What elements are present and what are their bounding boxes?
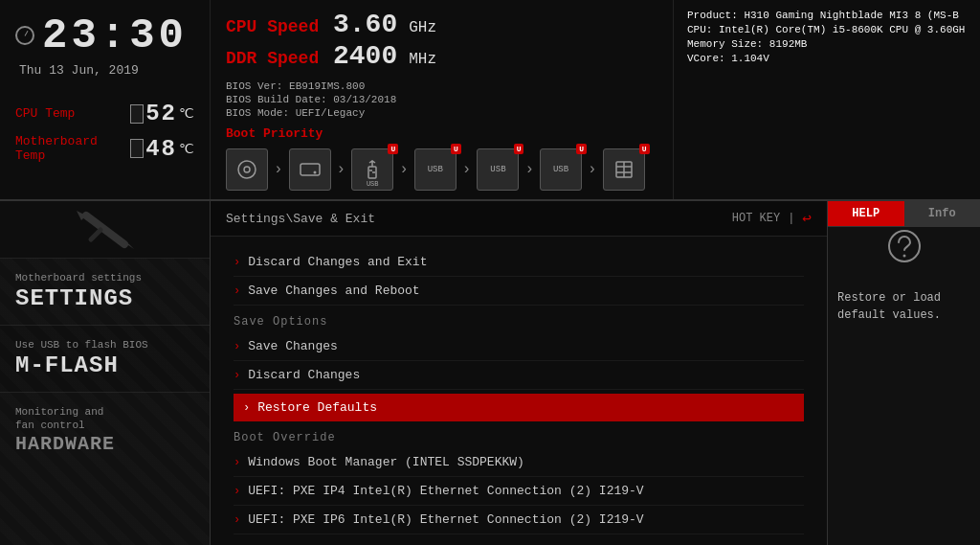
settings-title: SETTINGS bbox=[15, 285, 194, 311]
boot-icon-hdd[interactable] bbox=[289, 148, 331, 191]
ddr-speed-row: DDR Speed 2400 MHz bbox=[226, 41, 657, 71]
settings-sublabel: Motherboard settings bbox=[15, 272, 194, 284]
arrow-icon-discard: › bbox=[234, 369, 240, 382]
menu-item-boot-0[interactable]: › Windows Boot Manager (INTEL SSDPEKKW) bbox=[234, 448, 804, 477]
bios-build-label: BIOS Build Date: bbox=[226, 94, 327, 105]
ddr-speed-value: 2400 bbox=[333, 41, 397, 71]
save-options-label: Save Options bbox=[234, 315, 804, 329]
cpu-temp-row: CPU Temp 52 ℃ bbox=[15, 101, 194, 126]
arrow-icon-0: › bbox=[234, 256, 240, 269]
boot-priority-label: Boot Priority bbox=[226, 126, 657, 141]
cpu-speed-value: 3.60 bbox=[333, 10, 397, 39]
panel-hotkey: HOT KEY | ↩ bbox=[732, 209, 812, 228]
menu-item-discard-changes[interactable]: › Discard Changes bbox=[234, 361, 804, 390]
menu-item-discard-exit[interactable]: › Discard Changes and Exit bbox=[234, 248, 804, 277]
mflash-sublabel: Use USB to flash BIOS bbox=[15, 339, 194, 351]
cpu-temp-unit: ℃ bbox=[179, 105, 194, 122]
boot-icon-cd[interactable] bbox=[226, 148, 268, 191]
menu-label-restore-defaults: Restore Defaults bbox=[257, 400, 377, 415]
menu-item-restore-defaults[interactable]: › Restore Defaults bbox=[234, 394, 804, 421]
help-text: Restore or load default values. bbox=[837, 291, 941, 322]
sidebar-decorative-tools-icon bbox=[67, 206, 144, 254]
svg-point-0 bbox=[238, 161, 256, 178]
net-badge: U bbox=[639, 144, 650, 154]
arrow-icon-restore: › bbox=[243, 401, 250, 415]
mb-temp-value: 48 bbox=[145, 136, 177, 162]
arrow-icon-boot2: › bbox=[234, 513, 240, 527]
ddr-speed-label: DDR Speed bbox=[226, 49, 322, 68]
cpu-value: Intel(R) Core(TM) i5-8600K CPU @ 3.60GH bbox=[719, 24, 965, 35]
back-button[interactable]: ↩ bbox=[802, 209, 812, 228]
svg-rect-2 bbox=[301, 164, 320, 175]
bios-info: BIOS Ver: EB919IMS.800 BIOS Build Date: … bbox=[226, 80, 657, 121]
menu-item-boot-1[interactable]: › UEFI: PXE IP4 Intel(R) Ethernet Connec… bbox=[234, 477, 804, 506]
product-value: H310 Gaming Nightblade MI3 8 (MS-B bbox=[744, 10, 958, 21]
bios-build-line: BIOS Build Date: 03/13/2018 bbox=[226, 94, 657, 105]
boot-icon-net[interactable]: U bbox=[603, 148, 645, 191]
menu-item-boot-2[interactable]: › UEFI: PXE IP6 Intel(R) Ethernet Connec… bbox=[234, 506, 804, 534]
main-panel: Settings\Save & Exit HOT KEY | ↩ › Disca… bbox=[211, 201, 827, 545]
menu-label-boot2: UEFI: PXE IP6 Intel(R) Ethernet Connecti… bbox=[248, 512, 643, 527]
tab-info[interactable]: Info bbox=[904, 201, 981, 226]
bios-mode-line: BIOS Mode: UEFI/Legacy bbox=[226, 107, 657, 119]
panel-path: Settings\Save & Exit bbox=[226, 212, 375, 226]
bios-build-value: 03/13/2018 bbox=[333, 94, 396, 105]
cpu-temp-square-icon bbox=[130, 104, 144, 124]
boot-arrow-4: › bbox=[462, 161, 472, 178]
main-content: Motherboard settings SETTINGS Use USB to… bbox=[0, 201, 980, 545]
cpu-temp-value: 52 bbox=[145, 101, 177, 126]
vcore-label: VCore: bbox=[687, 53, 725, 64]
bios-ver-label: BIOS Ver: bbox=[226, 80, 282, 92]
mb-temp-row: Motherboard Temp 48 ℃ bbox=[15, 134, 194, 163]
panel-body: › Discard Changes and Exit › Save Change… bbox=[211, 237, 827, 545]
menu-label-discard-exit: Discard Changes and Exit bbox=[248, 255, 427, 269]
temperature-section: CPU Temp 52 ℃ Motherboard Temp 48 ℃ bbox=[15, 101, 194, 170]
memory-line: Memory Size: 8192MB bbox=[687, 38, 967, 50]
vcore-line: VCore: 1.104V bbox=[687, 53, 967, 64]
bios-mode-label: BIOS Mode: bbox=[226, 107, 289, 119]
boot-arrow-1: › bbox=[274, 161, 283, 178]
arrow-icon-save: › bbox=[234, 340, 240, 353]
usb1-badge: U bbox=[388, 144, 398, 154]
sidebar-settings-section[interactable]: Motherboard settings SETTINGS bbox=[0, 259, 210, 326]
hotkey-label: HOT KEY bbox=[732, 212, 780, 225]
boot-icons: › › U USB › bbox=[226, 148, 657, 191]
sidebar-mflash-section[interactable]: Use USB to flash BIOS M-FLASH bbox=[0, 326, 210, 393]
top-left-panel: 23:30 Thu 13 Jun, 2019 CPU Temp 52 ℃ Mot… bbox=[0, 0, 211, 199]
arrow-icon-boot1: › bbox=[234, 485, 240, 498]
boot-arrow-5: › bbox=[524, 161, 534, 178]
clock-time: 23:30 bbox=[42, 11, 188, 59]
menu-item-save-changes[interactable]: › Save Changes bbox=[234, 332, 804, 361]
cpu-speed-unit: GHz bbox=[409, 19, 436, 36]
memory-label: Memory Size: bbox=[687, 38, 763, 50]
tab-help[interactable]: HELP bbox=[828, 201, 904, 226]
arrow-icon-1: › bbox=[234, 284, 240, 298]
svg-point-3 bbox=[313, 171, 316, 174]
product-label: Product: bbox=[687, 10, 738, 21]
boot-arrow-3: › bbox=[399, 161, 409, 178]
top-right-panel: Product: H310 Gaming Nightblade MI3 8 (M… bbox=[674, 0, 980, 199]
boot-icon-usb1[interactable]: U USB bbox=[351, 148, 393, 191]
vcore-value: 1.104V bbox=[731, 53, 769, 64]
cpu-speed-label: CPU Speed bbox=[226, 17, 322, 36]
menu-label-discard-changes: Discard Changes bbox=[248, 368, 360, 382]
menu-label-save-reboot: Save Changes and Reboot bbox=[248, 284, 419, 298]
clock-date: Thu 13 Jun, 2019 bbox=[19, 63, 194, 78]
boot-icon-usb3[interactable]: U USB bbox=[477, 148, 519, 191]
boot-icon-usb2[interactable]: U USB bbox=[414, 148, 457, 191]
bios-mode-value: UEFI/Legacy bbox=[296, 107, 366, 119]
sidebar: Motherboard settings SETTINGS Use USB to… bbox=[0, 201, 211, 545]
usb3-badge: U bbox=[514, 144, 524, 154]
help-panel: HELP Info Restore or load default values… bbox=[827, 201, 980, 545]
bios-ver-value: EB919IMS.800 bbox=[289, 80, 365, 92]
menu-item-save-reboot[interactable]: › Save Changes and Reboot bbox=[234, 277, 804, 306]
menu-label-boot0: Windows Boot Manager (INTEL SSDPEKKW) bbox=[248, 455, 524, 469]
boot-icon-usb4[interactable]: U USB bbox=[540, 148, 582, 191]
sidebar-hardware-section[interactable]: Monitoring and fan control HARDWARE bbox=[0, 393, 210, 468]
svg-point-12 bbox=[902, 255, 905, 258]
arrow-icon-boot0: › bbox=[234, 456, 240, 469]
memory-value: 8192MB bbox=[769, 38, 808, 50]
top-center-panel: CPU Speed 3.60 GHz DDR Speed 2400 MHz BI… bbox=[211, 0, 674, 199]
hardware-sublabel2: fan control bbox=[15, 420, 194, 431]
boot-arrow-6: › bbox=[588, 161, 597, 178]
